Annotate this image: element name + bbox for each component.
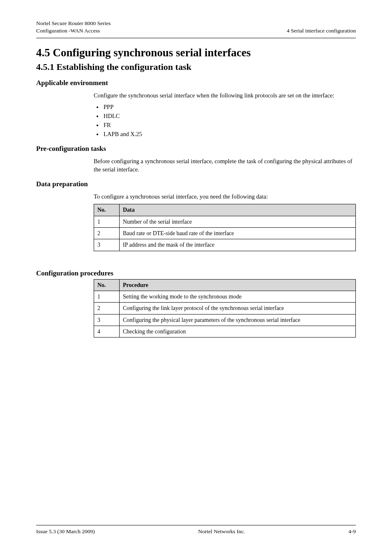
cell-no: 2	[94, 303, 120, 314]
applicable-environment-intro: Configure the synchronous serial interfa…	[94, 91, 356, 99]
footer-left: Issue 5.3 (30 March 2009)	[36, 528, 95, 535]
subsection-heading: 4.5.1 Establishing the configuration tas…	[36, 62, 356, 72]
data-prep-intro: To configure a synchronous serial interf…	[94, 192, 356, 201]
protocol-list: PPP HDLC FR LAPB and X.25	[94, 103, 356, 138]
table-header-row: No. Procedure	[94, 279, 356, 291]
list-item: FR	[103, 121, 356, 129]
footer-rule	[36, 525, 356, 525]
cell-no: 2	[94, 228, 120, 239]
config-proc-heading: Configuration procedures	[36, 269, 356, 278]
preconfig-para: Before configuring a synchronous serial …	[94, 157, 356, 173]
table-row: 4 Checking the configuration	[94, 326, 356, 337]
config-proc-table: No. Procedure 1 Setting the working mode…	[94, 279, 356, 338]
config-proc-body: No. Procedure 1 Setting the working mode…	[94, 279, 356, 338]
table-row: 2 Baud rate or DTE-side baud rate of the…	[94, 228, 356, 239]
cell-no: 3	[94, 239, 120, 251]
col-header-procedure: Procedure	[120, 279, 356, 291]
cell-no: 4	[94, 326, 120, 337]
data-prep-body: To configure a synchronous serial interf…	[94, 192, 356, 251]
cell-no: 3	[94, 314, 120, 326]
footer-center: Nortel Networks Inc.	[198, 528, 245, 535]
table-header-row: No. Data	[94, 204, 356, 216]
col-header-no: No.	[94, 279, 120, 291]
list-item: PPP	[103, 103, 356, 111]
page-footer: Issue 5.3 (30 March 2009) Nortel Network…	[36, 525, 356, 535]
cell-no: 1	[94, 216, 120, 227]
table-row: 1 Setting the working mode to the synchr…	[94, 291, 356, 303]
cell-item: Configuring the link layer protocol of t…	[120, 303, 356, 314]
list-item: LAPB and X.25	[103, 130, 356, 138]
preconfig-heading: Pre-configuration tasks	[36, 145, 356, 153]
col-header-no: No.	[94, 204, 120, 216]
cell-item: Baud rate or DTE-side baud rate of the i…	[120, 228, 356, 239]
section-heading: 4.5 Configuring synchronous serial inter…	[36, 46, 356, 59]
header-right-line2: 4 Serial interface configuration	[287, 27, 356, 35]
col-header-data: Data	[120, 204, 356, 216]
cell-item: IP address and the mask of the interface	[120, 239, 356, 251]
data-prep-table: No. Data 1 Number of the serial interfac…	[94, 204, 356, 251]
applicable-environment-heading: Applicable environment	[36, 79, 356, 87]
footer-right: 4-9	[348, 528, 356, 535]
header-left-line1: Nortel Secure Router 8000 Series	[36, 20, 111, 27]
cell-no: 1	[94, 291, 120, 303]
header-rule	[36, 38, 356, 38]
table-row: 2 Configuring the link layer protocol of…	[94, 303, 356, 314]
table-row: 1 Number of the serial interface	[94, 216, 356, 227]
preconfig-body: Before configuring a synchronous serial …	[94, 157, 356, 173]
table-row: 3 IP address and the mask of the interfa…	[94, 239, 356, 251]
cell-item: Number of the serial interface	[120, 216, 356, 227]
cell-item: Configuring the physical layer parameter…	[120, 314, 356, 326]
data-prep-heading: Data preparation	[36, 180, 356, 188]
cell-item: Setting the working mode to the synchron…	[120, 291, 356, 303]
page-header: Nortel Secure Router 8000 Series Configu…	[36, 20, 356, 35]
list-item: HDLC	[103, 112, 356, 120]
cell-item: Checking the configuration	[120, 326, 356, 337]
page: Nortel Secure Router 8000 Series Configu…	[0, 0, 392, 555]
applicable-environment-body: Configure the synchronous serial interfa…	[94, 91, 356, 138]
header-left-line2: Configuration -WAN Access	[36, 27, 100, 35]
table-row: 3 Configuring the physical layer paramet…	[94, 314, 356, 326]
